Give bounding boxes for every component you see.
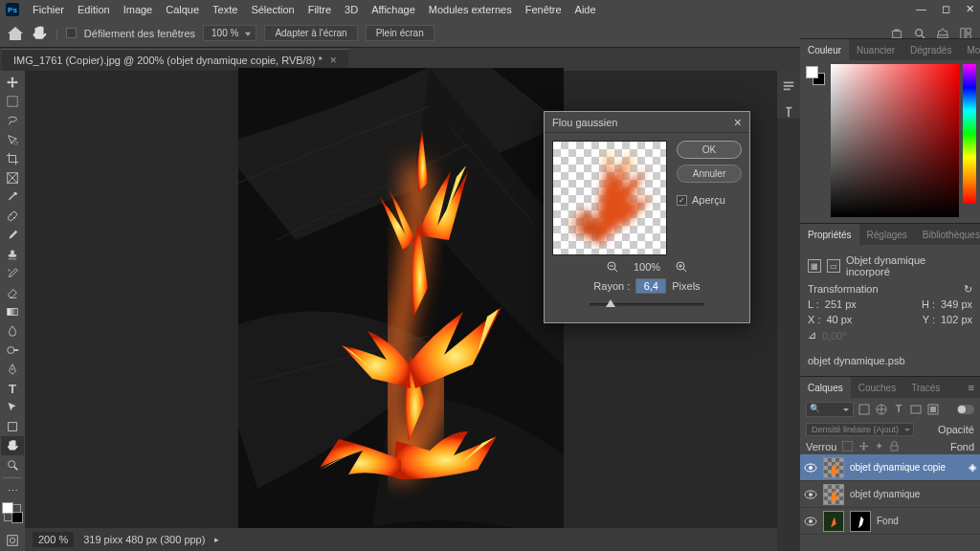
smart-filter-icon[interactable]: ◈ — [969, 461, 976, 474]
width-value[interactable]: 251 px — [825, 298, 857, 310]
tab-paths[interactable]: Tracés — [903, 377, 947, 398]
type-tool[interactable]: T — [1, 379, 24, 398]
quick-select-tool[interactable] — [1, 130, 24, 149]
filter-type-icon[interactable]: T — [892, 403, 905, 416]
eyedropper-tool[interactable] — [1, 187, 24, 207]
lock-art-icon[interactable]: ✦ — [875, 440, 883, 452]
filter-smart-icon[interactable] — [926, 403, 940, 416]
scroll-windows-checkbox[interactable] — [66, 28, 77, 38]
eraser-tool[interactable] — [1, 283, 24, 302]
document-canvas[interactable] — [238, 68, 564, 532]
zoom-dropdown[interactable]: 100 % — [203, 25, 256, 41]
preview-checkbox[interactable]: ✓ — [677, 195, 687, 206]
shape-tool[interactable] — [1, 417, 24, 436]
menu-window[interactable]: Fenêtre — [525, 4, 562, 15]
menu-text[interactable]: Texte — [212, 4, 237, 15]
home-icon[interactable] — [8, 27, 23, 40]
menu-3d[interactable]: 3D — [345, 4, 358, 15]
healing-tool[interactable] — [1, 207, 24, 226]
menu-help[interactable]: Aide — [575, 4, 596, 15]
quickmask-icon[interactable] — [1, 531, 24, 550]
visibility-icon[interactable] — [804, 461, 817, 474]
tab-channels[interactable]: Couches — [851, 377, 903, 398]
tab-properties[interactable]: Propriétés — [800, 224, 859, 245]
frame-tool[interactable] — [1, 168, 24, 187]
dodge-tool[interactable] — [1, 341, 24, 360]
y-value[interactable]: 102 px — [941, 314, 972, 325]
layer-item[interactable]: objet dynamique copie ◈ — [800, 454, 980, 481]
visibility-icon[interactable] — [804, 515, 817, 528]
layer-name[interactable]: objet dynamique copie — [850, 462, 963, 473]
menu-image[interactable]: Image — [123, 4, 153, 15]
slider-handle-icon[interactable] — [606, 299, 615, 307]
filter-shape-icon[interactable] — [909, 403, 923, 416]
crop-tool[interactable] — [1, 149, 24, 168]
cancel-button[interactable]: Annuler — [677, 165, 742, 183]
tab-patterns[interactable]: Motifs — [959, 39, 980, 60]
linked-file[interactable]: objet dynamique.psb — [808, 355, 905, 366]
status-zoom[interactable]: 200 % — [33, 532, 74, 547]
filter-toggle[interactable] — [957, 405, 974, 414]
history-brush-tool[interactable] — [1, 264, 24, 283]
panel-menu-icon[interactable]: ≡ — [963, 382, 980, 393]
window-maximize-icon[interactable]: ◻ — [942, 3, 950, 15]
color-field[interactable] — [831, 64, 959, 217]
radius-slider[interactable] — [590, 298, 704, 311]
hand-tool[interactable] — [1, 436, 24, 455]
blend-mode-dropdown[interactable]: Densité linéaire (Ajout) — [806, 423, 914, 436]
height-value[interactable]: 349 px — [941, 298, 972, 310]
lock-all-icon[interactable] — [889, 441, 900, 452]
menu-layer[interactable]: Calque — [166, 4, 199, 15]
radius-input[interactable]: 6,4 — [635, 278, 666, 294]
dialog-close-icon[interactable]: × — [734, 115, 742, 130]
window-minimize-icon[interactable]: — — [916, 3, 926, 15]
brush-tool[interactable] — [1, 226, 24, 245]
layer-item[interactable]: Fond — [800, 508, 980, 535]
full-screen-button[interactable]: Plein écran — [366, 25, 434, 41]
filter-adjust-icon[interactable] — [875, 403, 888, 416]
layer-filter-kind[interactable]: 🔍 — [806, 402, 854, 417]
fit-screen-button[interactable]: Adapter à l'écran — [264, 25, 357, 41]
color-swatch[interactable] — [4, 504, 21, 521]
edit-toolbar-icon[interactable]: ⋯ — [1, 481, 24, 500]
layer-item[interactable]: objet dynamique — [800, 481, 980, 508]
window-close-icon[interactable]: ✕ — [966, 3, 974, 15]
menu-edit[interactable]: Edition — [78, 4, 110, 15]
dialog-titlebar[interactable]: Flou gaussien × — [545, 112, 749, 133]
tab-gradients[interactable]: Dégradés — [902, 39, 959, 60]
menu-filter[interactable]: Filtre — [308, 4, 331, 15]
lock-position-icon[interactable] — [858, 441, 869, 452]
lasso-tool[interactable] — [1, 111, 24, 130]
hand-tool-indicator-icon[interactable] — [31, 25, 48, 42]
tab-layers[interactable]: Calques — [800, 377, 851, 398]
ok-button[interactable]: OK — [677, 141, 742, 159]
history-panel-icon[interactable] — [782, 78, 795, 92]
zoom-in-icon[interactable] — [676, 261, 687, 273]
layer-name[interactable]: Fond — [877, 516, 976, 526]
tab-adjustments[interactable]: Réglages — [859, 224, 915, 245]
menu-view[interactable]: Affichage — [371, 4, 415, 15]
move-tool[interactable] — [1, 73, 24, 92]
menu-plugins[interactable]: Modules externes — [429, 4, 512, 15]
paragraph-panel-icon[interactable] — [782, 105, 795, 119]
visibility-icon[interactable] — [804, 488, 817, 501]
filter-pixel-icon[interactable] — [858, 403, 871, 416]
layer-name[interactable]: objet dynamique — [850, 489, 976, 499]
mini-swatch[interactable] — [806, 66, 825, 85]
menu-file[interactable]: Fichier — [33, 4, 64, 15]
gradient-tool[interactable] — [1, 302, 24, 321]
filter-preview[interactable] — [552, 141, 667, 255]
stamp-tool[interactable] — [1, 245, 24, 264]
tab-libraries[interactable]: Bibliothèques — [915, 224, 980, 245]
hue-slider[interactable] — [963, 64, 976, 204]
zoom-out-icon[interactable] — [607, 261, 618, 273]
marquee-tool[interactable] — [1, 92, 24, 111]
menu-select[interactable]: Sélection — [251, 4, 294, 15]
blur-tool[interactable] — [1, 321, 24, 341]
path-select-tool[interactable] — [1, 398, 24, 417]
lock-pixels-icon[interactable] — [842, 441, 853, 452]
tab-swatches[interactable]: Nuancier — [849, 39, 902, 60]
reset-icon[interactable]: ↻ — [964, 283, 972, 296]
x-value[interactable]: 40 px — [826, 314, 852, 325]
tab-color[interactable]: Couleur — [800, 39, 849, 60]
